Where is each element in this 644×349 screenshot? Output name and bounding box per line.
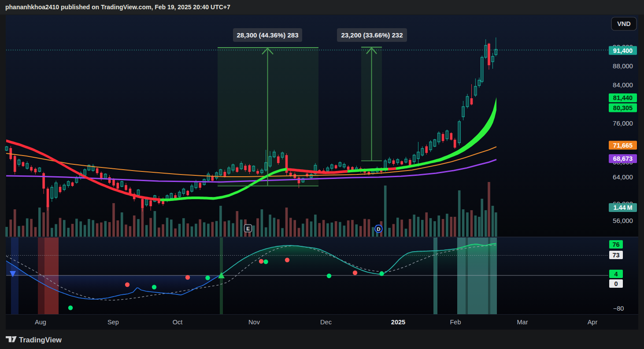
svg-text:Aug: Aug	[35, 319, 46, 326]
svg-text:Apr: Apr	[588, 319, 598, 326]
svg-text:4: 4	[614, 271, 618, 278]
svg-text:28,300 (44.36%) 283: 28,300 (44.36%) 283	[237, 31, 298, 39]
svg-text:E: E	[246, 226, 250, 231]
svg-text:81,440: 81,440	[613, 94, 633, 101]
svg-text:64,000: 64,000	[613, 173, 633, 181]
svg-text:68,673: 68,673	[613, 155, 633, 162]
svg-text:71,665: 71,665	[613, 142, 633, 149]
svg-text:84,000: 84,000	[613, 81, 633, 89]
svg-text:VND: VND	[617, 20, 631, 27]
svg-text:Oct: Oct	[173, 319, 183, 326]
svg-text:76: 76	[612, 241, 619, 248]
svg-text:73: 73	[612, 252, 619, 259]
svg-text:23,200 (33.66%) 232: 23,200 (33.66%) 232	[341, 31, 403, 39]
svg-text:D: D	[377, 226, 380, 232]
svg-text:88,000: 88,000	[613, 62, 633, 70]
svg-text:76,000: 76,000	[613, 119, 633, 127]
svg-text:56,000: 56,000	[613, 217, 633, 224]
svg-text:Nov: Nov	[248, 319, 260, 326]
svg-text:91,400: 91,400	[613, 47, 633, 54]
svg-text:−80: −80	[613, 305, 624, 312]
svg-text:Sep: Sep	[107, 319, 119, 326]
svg-text:Feb: Feb	[450, 319, 461, 326]
svg-text:Dec: Dec	[320, 319, 332, 326]
svg-text:1.44 M: 1.44 M	[613, 204, 632, 211]
svg-text:Mar: Mar	[517, 319, 528, 326]
svg-text:80,305: 80,305	[613, 104, 633, 111]
svg-text:2025: 2025	[391, 319, 405, 326]
svg-text:0: 0	[614, 280, 618, 287]
